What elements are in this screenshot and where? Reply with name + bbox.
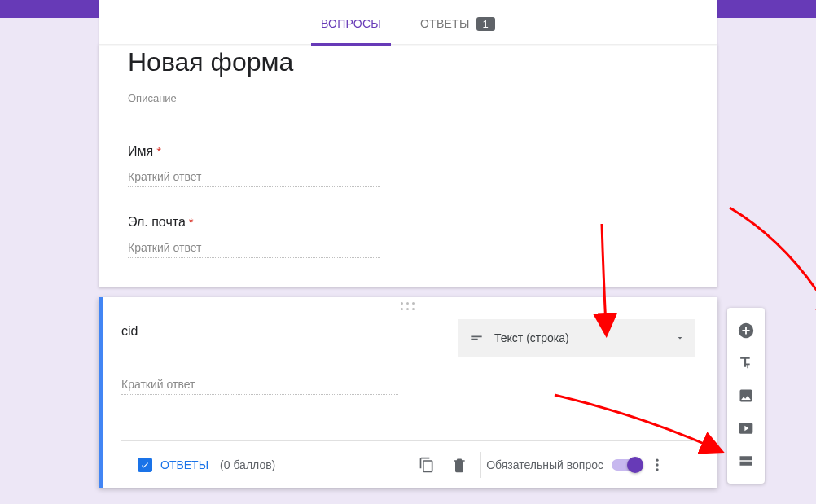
section-icon <box>738 453 754 469</box>
svg-point-2 <box>656 468 658 471</box>
delete-button[interactable] <box>443 449 476 481</box>
annotation-arrow <box>717 204 816 334</box>
tabs-bar: ВОПРОСЫ ОТВЕТЫ 1 <box>99 0 717 44</box>
tab-answers-label: ОТВЕТЫ <box>420 17 470 30</box>
question-title: Эл. почта <box>128 215 186 230</box>
title-icon <box>737 354 755 372</box>
active-accent-bar <box>99 297 103 488</box>
annotation-arrow <box>545 220 643 342</box>
annotation-arrow <box>551 391 738 464</box>
answer-placeholder: Краткий ответ <box>128 241 380 258</box>
question-title-input[interactable] <box>121 319 434 344</box>
answer-placeholder: Краткий ответ <box>121 378 398 395</box>
answer-key-label: ОТВЕТЫ <box>160 458 208 471</box>
form-description[interactable]: Описание <box>128 92 688 104</box>
divider <box>480 452 481 478</box>
dropdown-caret-icon <box>675 333 685 343</box>
image-icon <box>738 388 754 404</box>
tab-answers[interactable]: ОТВЕТЫ 1 <box>417 2 498 46</box>
answer-key-icon <box>138 458 152 472</box>
question-title: Имя <box>128 144 153 159</box>
required-star: * <box>189 215 194 229</box>
answer-key-points: (0 баллов) <box>220 458 275 471</box>
answer-placeholder: Краткий ответ <box>128 170 380 187</box>
short-text-icon <box>468 330 485 346</box>
duplicate-button[interactable] <box>410 449 443 481</box>
answers-count-badge: 1 <box>476 17 495 31</box>
tab-questions[interactable]: ВОПРОСЫ <box>318 2 384 46</box>
copy-icon <box>419 457 435 473</box>
required-star: * <box>156 144 161 158</box>
trash-icon <box>451 457 467 473</box>
form-builder-container: ВОПРОСЫ ОТВЕТЫ 1 Новая форма Описание Им… <box>99 0 717 488</box>
form-title[interactable]: Новая форма <box>128 44 688 77</box>
add-title-button[interactable] <box>727 347 765 379</box>
answer-key-button[interactable]: ОТВЕТЫ (0 баллов) <box>138 458 275 472</box>
question-block-name: Имя * Краткий ответ <box>128 121 688 192</box>
video-icon <box>738 420 754 436</box>
